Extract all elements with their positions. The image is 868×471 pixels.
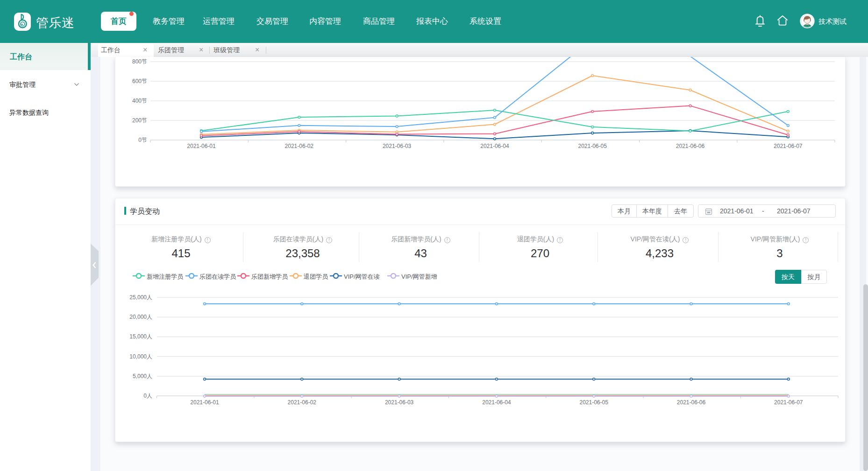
- svg-text:5,000人: 5,000人: [133, 373, 152, 380]
- svg-text:0节: 0节: [138, 137, 147, 143]
- svg-text:2021-06-07: 2021-06-07: [774, 143, 803, 149]
- svg-text:2021-06-03: 2021-06-03: [383, 143, 412, 149]
- svg-text:2021-06-06: 2021-06-06: [677, 399, 706, 406]
- svg-text:2021-06-02: 2021-06-02: [285, 143, 314, 149]
- svg-text:2021-06-05: 2021-06-05: [578, 143, 607, 149]
- svg-text:2021-06-05: 2021-06-05: [580, 399, 609, 406]
- svg-text:200节: 200节: [132, 117, 147, 124]
- svg-text:400节: 400节: [132, 98, 147, 104]
- svg-text:2021-06-06: 2021-06-06: [676, 143, 705, 149]
- svg-text:10,000人: 10,000人: [129, 353, 152, 360]
- svg-text:0人: 0人: [143, 393, 152, 399]
- svg-text:2021-06-07: 2021-06-07: [774, 399, 803, 406]
- svg-text:2021-06-02: 2021-06-02: [288, 399, 317, 406]
- svg-text:800节: 800节: [132, 58, 147, 65]
- svg-text:20,000人: 20,000人: [129, 314, 152, 320]
- svg-text:15,000人: 15,000人: [129, 333, 152, 340]
- svg-text:2021-06-03: 2021-06-03: [385, 399, 414, 406]
- svg-text:25,000人: 25,000人: [129, 294, 152, 301]
- svg-text:2021-06-01: 2021-06-01: [187, 143, 216, 149]
- svg-text:600节: 600节: [132, 78, 147, 84]
- svg-text:2021-06-04: 2021-06-04: [480, 143, 509, 149]
- svg-text:2021-06-04: 2021-06-04: [482, 399, 511, 406]
- svg-text:2021-06-01: 2021-06-01: [190, 399, 219, 406]
